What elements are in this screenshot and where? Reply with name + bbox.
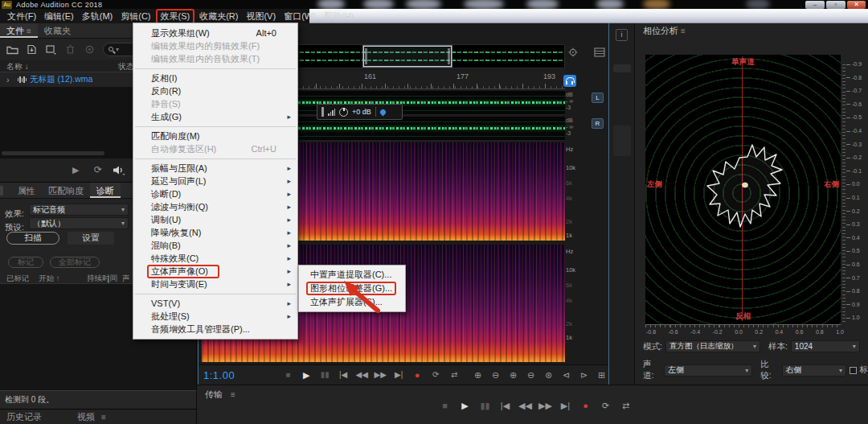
column-status[interactable]: 状态: [118, 61, 134, 72]
menubar-item-help[interactable]: 帮助(H): [320, 10, 358, 23]
effects-menu-item-generate[interactable]: 生成(G)▸: [133, 110, 297, 123]
column-duration[interactable]: 持续时间: [87, 274, 117, 284]
effects-menu-item-vst[interactable]: VST(V)▸: [133, 297, 297, 310]
menubar-item-window[interactable]: 窗口(W): [280, 10, 320, 23]
gain-knob[interactable]: [339, 108, 348, 117]
record-button[interactable]: ●: [579, 401, 592, 411]
effects-menu-item-edit-clip-effects[interactable]: 编辑效果组内的剪辑效果(F): [133, 39, 297, 52]
menubar-item-file[interactable]: 文件(F): [3, 10, 40, 23]
skip-selection-button[interactable]: ⇄: [448, 370, 461, 381]
skip-to-start-button[interactable]: |◀: [498, 401, 512, 411]
tab-favorites[interactable]: 收藏夹: [38, 23, 77, 38]
loop-playback-button[interactable]: ⟳: [599, 401, 612, 411]
column-channel[interactable]: 声: [122, 274, 130, 284]
auto-play-speaker-button[interactable]: [113, 165, 125, 175]
panel-menu-icon[interactable]: ≡: [101, 413, 106, 422]
close-button[interactable]: ✕: [847, 1, 866, 9]
effects-menu-item-batch[interactable]: 批处理(S)▸: [133, 310, 297, 323]
collapsed-tab[interactable]: [613, 126, 631, 156]
panel-menu-icon[interactable]: ≡: [27, 27, 31, 35]
mark-all-button[interactable]: 全部标记: [50, 257, 100, 268]
minimize-button[interactable]: –: [805, 1, 825, 9]
effects-menu-item-diagnostics[interactable]: 诊断(D)▸: [133, 187, 297, 200]
fast-forward-button[interactable]: ▶▶: [538, 401, 552, 411]
zoom-selection-out-button[interactable]: ⊳: [578, 370, 590, 381]
loop-playback-button[interactable]: ⟳: [429, 370, 442, 381]
mode-select[interactable]: 直方图（日志缩放）▾: [665, 340, 760, 352]
rewind-button[interactable]: ◀◀: [518, 401, 532, 411]
effects-menu-item-show-effects-rack[interactable]: 显示效果组(W)Alt+0: [133, 27, 297, 39]
effects-menu-item-invert[interactable]: 反相(I): [133, 72, 297, 84]
effects-menu-item-silence[interactable]: 静音(S): [133, 97, 297, 110]
skip-to-end-button[interactable]: ▶|: [392, 370, 405, 381]
panel-grip[interactable]: [0, 186, 3, 196]
overview-selection-handle[interactable]: [363, 46, 452, 67]
gain-value[interactable]: +0 dB: [352, 108, 371, 116]
tab-video[interactable]: 视频: [71, 410, 101, 424]
sample-select[interactable]: 1024▾: [791, 340, 860, 352]
effects-menu-item-plugin-manager[interactable]: 音频增效工具管理器(P)...: [133, 323, 297, 335]
record-button[interactable]: ●: [411, 370, 424, 381]
effect-select[interactable]: 标记音频▾: [29, 204, 129, 216]
delete-icon[interactable]: [64, 44, 76, 55]
tab-diagnostics[interactable]: 诊断: [90, 183, 121, 198]
zoom-selection-in-button[interactable]: ⊲: [560, 370, 572, 381]
zoom-to-selection-button[interactable]: ⊞: [596, 370, 608, 381]
collapsed-tab[interactable]: [613, 64, 631, 72]
file-name[interactable]: 无标题 (12).wma: [30, 74, 92, 85]
tab-files[interactable]: 文件 ≡: [0, 23, 38, 38]
stop-button[interactable]: ■: [438, 401, 452, 411]
menubar-item-view[interactable]: 视图(V): [242, 10, 280, 23]
new-item-icon[interactable]: [45, 44, 57, 55]
skip-selection-button[interactable]: ⇄: [619, 401, 633, 411]
open-file-icon[interactable]: [6, 44, 18, 55]
effects-menu-item-special[interactable]: 特殊效果(C)▸: [133, 252, 297, 265]
effects-menu-item-modulation[interactable]: 调制(U)▸: [133, 213, 297, 226]
stop-button[interactable]: ■: [281, 370, 294, 381]
column-marked[interactable]: 已标记: [6, 274, 30, 284]
zoom-in-time-button[interactable]: ⊕: [472, 370, 484, 381]
zoom-out-amplitude-button[interactable]: ⊖: [525, 370, 537, 381]
panel-menu-icon[interactable]: ≡: [681, 27, 686, 35]
preview-play-button[interactable]: ▶: [72, 165, 79, 175]
menubar-item-effects[interactable]: 效果(S): [156, 9, 195, 24]
channel-left-button[interactable]: L: [592, 93, 604, 103]
tab-properties[interactable]: 属性: [11, 183, 42, 198]
gain-hud[interactable]: +0 dB: [317, 104, 403, 120]
playhead-time[interactable]: 1:1.00: [203, 369, 235, 381]
settings-button[interactable]: 设置: [68, 232, 114, 245]
rewind-button[interactable]: ◀◀: [355, 370, 368, 381]
effects-menu-item-delay-echo[interactable]: 延迟与回声(L)▸: [133, 175, 297, 187]
effects-menu-item-match-loudness[interactable]: 匹配响度(M): [133, 130, 297, 142]
pin-icon[interactable]: [379, 108, 387, 116]
channel-right-button[interactable]: R: [592, 118, 604, 129]
scan-button[interactable]: 扫描: [6, 232, 59, 245]
zoom-reset-button[interactable]: ⊛: [542, 370, 555, 381]
monitor-headphone-icon[interactable]: [563, 75, 576, 87]
play-button[interactable]: ▶: [458, 401, 472, 411]
expand-icon[interactable]: ›: [6, 75, 10, 84]
channel-select[interactable]: 左侧▾: [664, 364, 752, 377]
effects-menu-item-filter-eq[interactable]: 滤波与均衡(Q)▸: [133, 200, 297, 213]
column-start[interactable]: 开始 ↑: [39, 274, 59, 284]
zoom-in-amplitude-button[interactable]: ⊕: [507, 370, 519, 381]
fast-forward-button[interactable]: ▶▶: [374, 370, 387, 381]
hud-slider-icon[interactable]: [321, 107, 324, 117]
preset-select[interactable]: （默认）▾: [29, 217, 129, 229]
info-icon[interactable]: i: [616, 29, 628, 41]
effects-menu-item-edit-track-effects[interactable]: 编辑效果组内的音轨效果(T): [133, 52, 297, 65]
panel-menu-icon[interactable]: ≡: [231, 390, 235, 399]
pause-button[interactable]: ▮▮: [318, 370, 331, 381]
zoom-out-time-button[interactable]: ⊖: [489, 370, 502, 381]
tab-history[interactable]: 历史记录: [0, 410, 48, 424]
horizontal-scrollbar[interactable]: [2, 151, 104, 155]
effects-menu-item-amplitude-compression[interactable]: 振幅与压限(A)▸: [133, 162, 297, 175]
zoom-navigator-icon[interactable]: [568, 47, 579, 57]
effects-menu-item-reverb[interactable]: 混响(B)▸: [133, 239, 297, 252]
skip-to-end-button[interactable]: ▶|: [559, 401, 572, 411]
import-file-icon[interactable]: [26, 44, 38, 55]
tab-match-loudness[interactable]: 匹配响度: [42, 183, 90, 198]
effects-menu-item-noise-restoration[interactable]: 降噪/恢复(N)▸: [133, 226, 297, 239]
compare-select[interactable]: 右侧▾: [782, 364, 846, 377]
menubar-item-favorites[interactable]: 收藏夹(R): [195, 10, 242, 23]
